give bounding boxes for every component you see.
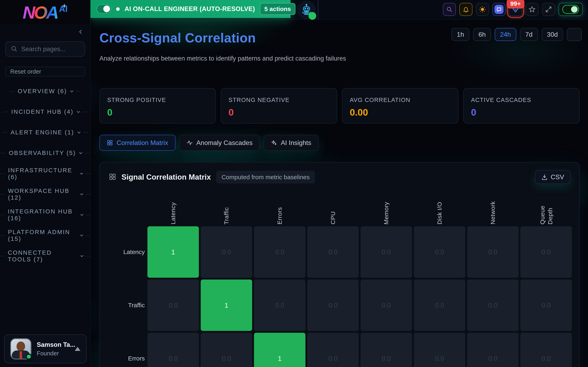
matrix-cell-traffic-queue-depth: 0.0 xyxy=(520,280,572,331)
matrix-cell-latency-latency: 1 xyxy=(147,226,199,278)
status-dot xyxy=(116,7,120,11)
fullscreen-button[interactable] xyxy=(542,3,555,16)
chat-button[interactable] xyxy=(493,3,506,16)
sidebar-section-platform-admin-15[interactable]: PLATFORM ADMIN (15) xyxy=(0,225,90,246)
time-range-7d-button[interactable]: 7d xyxy=(520,28,538,41)
notifications-button[interactable] xyxy=(459,3,472,16)
matrix-col-label-memory: Memory xyxy=(361,191,412,225)
matrix-col-label-traffic: Traffic xyxy=(201,191,252,225)
matrix-cell-latency-network: 0.0 xyxy=(467,226,519,278)
export-csv-button[interactable]: CSV xyxy=(535,170,570,184)
matrix-cell-latency-traffic: 0.0 xyxy=(201,226,252,278)
stat-label: STRONG NEGATIVE xyxy=(228,97,329,103)
oncall-banner: AI ON-CALL ENGINEER (AUTO-RESOLVE) 5 act… xyxy=(90,0,291,18)
sparkle-icon xyxy=(61,3,67,10)
time-range-1h-button[interactable]: 1h xyxy=(451,28,469,41)
topbar: AI ON-CALL ENGINEER (AUTO-RESOLVE) 5 act… xyxy=(90,0,588,20)
search-button[interactable] xyxy=(443,3,456,16)
chevron-left-icon xyxy=(79,30,83,34)
correlation-matrix-panel: Signal Correlation Matrix Computed from … xyxy=(99,162,580,367)
tab-ai-insights[interactable]: AI Insights xyxy=(264,135,319,151)
panel-header: Signal Correlation Matrix Computed from … xyxy=(109,170,570,184)
tab-label: Anomaly Cascades xyxy=(196,139,253,147)
section-dash xyxy=(0,174,5,174)
time-range-6h-button[interactable]: 6h xyxy=(473,28,491,41)
correlation-heatmap: LatencyTrafficErrorsCPUMemoryDisk I/ONet… xyxy=(109,191,570,367)
search-input[interactable] xyxy=(21,45,103,53)
sparkles-icon xyxy=(271,140,277,146)
section-dash xyxy=(82,112,87,112)
ai-assistant-button[interactable] xyxy=(297,1,316,19)
matrix-row-label-errors: Errors xyxy=(109,333,146,367)
chevron-down-icon xyxy=(80,213,83,216)
assistant-online-dot xyxy=(309,12,316,20)
time-range-extra-button[interactable] xyxy=(567,28,582,41)
oncall-toggle[interactable] xyxy=(96,4,111,13)
search-icon xyxy=(446,6,453,13)
actions-count-badge[interactable]: 5 actions xyxy=(260,3,295,15)
sidebar-section-incident-hub-4[interactable]: INCIDENT HUB (4) xyxy=(0,101,90,122)
stat-card-strong-positive: STRONG POSITIVE0 xyxy=(99,88,216,124)
notifications-tray-button[interactable]: 99+ xyxy=(509,3,522,16)
notification-count-badge: 99+ xyxy=(507,0,525,8)
panel-title: Signal Correlation Matrix xyxy=(121,173,211,182)
view-tabs: Correlation MatrixAnomaly CascadesAI Ins… xyxy=(99,135,319,151)
matrix-cell-traffic-errors: 0.0 xyxy=(254,280,305,331)
sidebar-section-observability-5[interactable]: OBSERVABILITY (5) xyxy=(0,143,90,163)
section-dash xyxy=(0,153,6,153)
section-dash xyxy=(0,235,5,236)
sidebar-section-workspace-hub-12[interactable]: WORKSPACE HUB (12) xyxy=(0,184,90,205)
sidebar-search-region xyxy=(0,25,90,62)
section-dash xyxy=(0,215,4,215)
favorite-button[interactable] xyxy=(526,3,539,16)
section-dash xyxy=(9,91,15,92)
stat-value: 0 xyxy=(471,107,476,118)
toggle-on-icon xyxy=(562,5,579,14)
matrix-cell-errors-memory: 0.0 xyxy=(361,333,412,367)
stat-label: ACTIVE CASCADES xyxy=(471,97,572,103)
time-range-30d-button[interactable]: 30d xyxy=(542,28,563,41)
chevron-down-icon xyxy=(80,234,83,236)
tab-correlation-matrix[interactable]: Correlation Matrix xyxy=(99,135,176,151)
user-profile-card[interactable]: Samson Ta... Founder xyxy=(4,334,86,363)
matrix-col-label-latency: Latency xyxy=(147,191,199,225)
section-label: OBSERVABILITY (5) xyxy=(9,150,76,156)
pulse-icon xyxy=(187,140,193,146)
star-icon xyxy=(528,6,536,13)
reset-order-button[interactable]: Reset order xyxy=(5,67,85,76)
bell-icon xyxy=(463,6,469,13)
panel-badge: Computed from metric baselines xyxy=(216,171,315,184)
section-label: INFRASTRUCTURE (6) xyxy=(8,167,77,180)
chevron-down-icon xyxy=(80,172,83,175)
sidebar-section-overview-6[interactable]: OVERVIEW (6) xyxy=(0,81,90,101)
chevron-down-icon xyxy=(80,192,83,195)
matrix-cell-errors-traffic: 0.0 xyxy=(201,333,252,367)
matrix-cell-latency-errors: 0.0 xyxy=(254,226,305,278)
sidebar-section-alert-engine-1[interactable]: ALERT ENGINE (1) xyxy=(0,122,90,143)
matrix-cell-traffic-traffic: 1 xyxy=(201,280,252,331)
search-icon xyxy=(11,45,17,53)
stat-label: STRONG POSITIVE xyxy=(107,97,208,103)
section-dash xyxy=(85,153,90,153)
master-toggle-button[interactable] xyxy=(559,3,583,16)
section-dash xyxy=(86,256,90,256)
tab-anomaly-cascades[interactable]: Anomaly Cascades xyxy=(179,135,260,151)
stats-row: STRONG POSITIVE0STRONG NEGATIVE0AVG CORR… xyxy=(99,88,580,124)
sidebar-section-integration-hub-16[interactable]: INTEGRATION HUB (16) xyxy=(0,205,90,225)
stat-card-avg-correlation: AVG CORRELATION0.00 xyxy=(342,88,458,124)
time-range-24h-button[interactable]: 24h xyxy=(495,28,516,41)
topbar-icon-row: 99+ xyxy=(443,3,583,16)
matrix-cell-errors-errors: 1 xyxy=(254,333,305,367)
matrix-cell-traffic-latency: 0.0 xyxy=(147,280,199,331)
matrix-cell-errors-network: 0.0 xyxy=(467,333,519,367)
theme-button[interactable] xyxy=(476,3,489,16)
online-status-dot xyxy=(26,354,32,360)
download-icon xyxy=(541,174,548,180)
user-role: Founder xyxy=(37,350,69,357)
search-box[interactable] xyxy=(5,42,85,57)
sidebar-section-connected-tools-7[interactable]: CONNECTED TOOLS (7) xyxy=(0,246,90,266)
tab-label: AI Insights xyxy=(281,139,311,147)
grid-icon xyxy=(107,140,113,146)
sidebar-section-infrastructure-6[interactable]: INFRASTRUCTURE (6) xyxy=(0,163,90,184)
sidebar-collapse-button[interactable] xyxy=(77,28,85,36)
